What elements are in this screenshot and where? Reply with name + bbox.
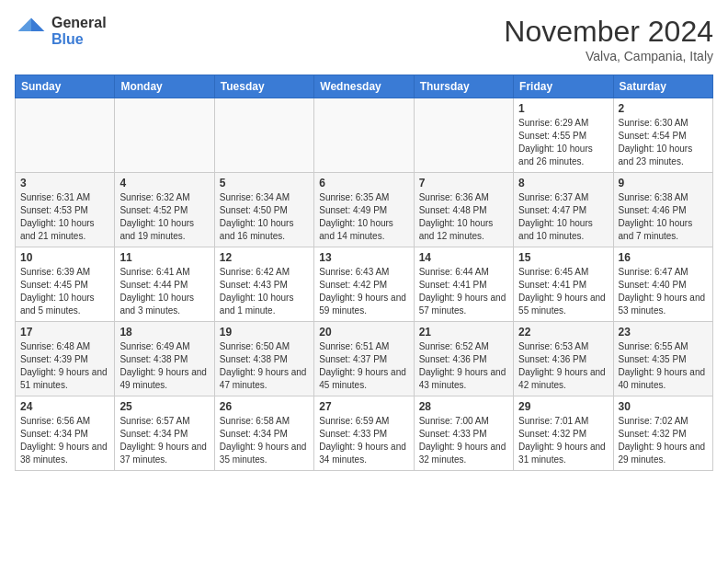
day-info: Sunrise: 6:48 AM Sunset: 4:39 PM Dayligh…: [20, 340, 109, 392]
day-info: Sunrise: 6:52 AM Sunset: 4:36 PM Dayligh…: [419, 340, 508, 392]
day-number: 14: [419, 251, 508, 264]
calendar-day-cell: 15Sunrise: 6:45 AM Sunset: 4:41 PM Dayli…: [514, 247, 613, 322]
calendar-day-cell: 10Sunrise: 6:39 AM Sunset: 4:45 PM Dayli…: [16, 247, 115, 322]
logo-icon: [15, 15, 48, 48]
calendar-day-cell: [314, 98, 414, 173]
title-block: November 2024 Valva, Campania, Italy: [504, 15, 713, 63]
day-info: Sunrise: 6:37 AM Sunset: 4:47 PM Dayligh…: [518, 191, 608, 243]
day-info: Sunrise: 7:01 AM Sunset: 4:32 PM Dayligh…: [518, 415, 608, 466]
day-number: 19: [220, 326, 309, 339]
day-info: Sunrise: 6:38 AM Sunset: 4:46 PM Dayligh…: [619, 191, 708, 243]
calendar-day-cell: 16Sunrise: 6:47 AM Sunset: 4:40 PM Dayli…: [613, 247, 712, 322]
calendar-day-cell: [16, 98, 115, 173]
calendar-day-cell: 26Sunrise: 6:58 AM Sunset: 4:34 PM Dayli…: [214, 396, 313, 471]
day-number: 2: [619, 102, 708, 115]
day-info: Sunrise: 7:00 AM Sunset: 4:33 PM Dayligh…: [419, 415, 508, 466]
calendar-day-cell: 8Sunrise: 6:37 AM Sunset: 4:47 PM Daylig…: [514, 173, 613, 247]
calendar-table: SundayMondayTuesdayWednesdayThursdayFrid…: [15, 75, 713, 471]
day-info: Sunrise: 6:59 AM Sunset: 4:33 PM Dayligh…: [319, 415, 408, 466]
day-number: 23: [619, 326, 708, 339]
svg-marker-1: [18, 18, 31, 31]
logo-text: General Blue: [51, 15, 107, 47]
calendar-day-cell: 22Sunrise: 6:53 AM Sunset: 4:36 PM Dayli…: [514, 322, 613, 396]
calendar-day-cell: 24Sunrise: 6:56 AM Sunset: 4:34 PM Dayli…: [16, 396, 115, 471]
calendar-day-cell: [414, 98, 513, 173]
weekday-header-monday: Monday: [115, 75, 214, 98]
day-number: 22: [518, 326, 608, 339]
logo-general-text: General: [51, 15, 107, 31]
calendar-day-cell: 11Sunrise: 6:41 AM Sunset: 4:44 PM Dayli…: [115, 247, 214, 322]
day-number: 7: [419, 177, 508, 190]
calendar-day-cell: 7Sunrise: 6:36 AM Sunset: 4:48 PM Daylig…: [414, 173, 513, 247]
day-number: 15: [518, 251, 608, 264]
day-number: 13: [319, 251, 408, 264]
day-info: Sunrise: 6:55 AM Sunset: 4:35 PM Dayligh…: [619, 340, 708, 392]
logo-blue-text: Blue: [51, 31, 107, 48]
day-number: 1: [518, 102, 608, 115]
calendar-week-row: 17Sunrise: 6:48 AM Sunset: 4:39 PM Dayli…: [16, 322, 713, 396]
calendar-day-cell: 17Sunrise: 6:48 AM Sunset: 4:39 PM Dayli…: [16, 322, 115, 396]
weekday-header-saturday: Saturday: [613, 75, 712, 98]
day-info: Sunrise: 6:50 AM Sunset: 4:38 PM Dayligh…: [220, 340, 309, 392]
weekday-header-sunday: Sunday: [16, 75, 115, 98]
day-number: 17: [20, 326, 109, 339]
day-info: Sunrise: 6:30 AM Sunset: 4:54 PM Dayligh…: [619, 117, 708, 168]
day-number: 26: [220, 400, 309, 413]
day-info: Sunrise: 6:44 AM Sunset: 4:41 PM Dayligh…: [419, 266, 508, 317]
day-number: 6: [319, 177, 408, 190]
day-info: Sunrise: 6:36 AM Sunset: 4:48 PM Dayligh…: [419, 191, 508, 243]
calendar-week-row: 1Sunrise: 6:29 AM Sunset: 4:55 PM Daylig…: [16, 98, 713, 173]
day-info: Sunrise: 6:42 AM Sunset: 4:43 PM Dayligh…: [220, 266, 309, 317]
day-number: 16: [619, 251, 708, 264]
day-info: Sunrise: 6:43 AM Sunset: 4:42 PM Dayligh…: [319, 266, 408, 317]
day-number: 24: [20, 400, 109, 413]
calendar-day-cell: [214, 98, 313, 173]
day-info: Sunrise: 6:49 AM Sunset: 4:38 PM Dayligh…: [119, 340, 209, 392]
calendar-day-cell: 30Sunrise: 7:02 AM Sunset: 4:32 PM Dayli…: [613, 396, 712, 471]
calendar-day-cell: 13Sunrise: 6:43 AM Sunset: 4:42 PM Dayli…: [314, 247, 414, 322]
calendar-day-cell: 18Sunrise: 6:49 AM Sunset: 4:38 PM Dayli…: [115, 322, 214, 396]
day-number: 5: [220, 177, 309, 190]
day-number: 9: [619, 177, 708, 190]
day-number: 8: [518, 177, 608, 190]
day-info: Sunrise: 6:31 AM Sunset: 4:53 PM Dayligh…: [20, 191, 109, 243]
weekday-header-friday: Friday: [514, 75, 613, 98]
calendar-day-cell: 4Sunrise: 6:32 AM Sunset: 4:52 PM Daylig…: [115, 173, 214, 247]
day-info: Sunrise: 6:34 AM Sunset: 4:50 PM Dayligh…: [220, 191, 309, 243]
day-number: 25: [119, 400, 209, 413]
calendar-day-cell: 20Sunrise: 6:51 AM Sunset: 4:37 PM Dayli…: [314, 322, 414, 396]
calendar-day-cell: 2Sunrise: 6:30 AM Sunset: 4:54 PM Daylig…: [613, 98, 712, 173]
month-title: November 2024: [504, 15, 713, 49]
day-number: 28: [419, 400, 508, 413]
weekday-header-row: SundayMondayTuesdayWednesdayThursdayFrid…: [16, 75, 713, 98]
calendar-week-row: 24Sunrise: 6:56 AM Sunset: 4:34 PM Dayli…: [16, 396, 713, 471]
calendar-day-cell: 21Sunrise: 6:52 AM Sunset: 4:36 PM Dayli…: [414, 322, 513, 396]
calendar-day-cell: [115, 98, 214, 173]
weekday-header-tuesday: Tuesday: [214, 75, 313, 98]
day-info: Sunrise: 6:35 AM Sunset: 4:49 PM Dayligh…: [319, 191, 408, 243]
calendar-day-cell: 19Sunrise: 6:50 AM Sunset: 4:38 PM Dayli…: [214, 322, 313, 396]
day-info: Sunrise: 6:32 AM Sunset: 4:52 PM Dayligh…: [119, 191, 209, 243]
logo: General Blue: [15, 15, 107, 48]
day-info: Sunrise: 6:41 AM Sunset: 4:44 PM Dayligh…: [119, 266, 209, 317]
calendar-day-cell: 29Sunrise: 7:01 AM Sunset: 4:32 PM Dayli…: [514, 396, 613, 471]
page-header: General Blue November 2024 Valva, Campan…: [15, 15, 713, 63]
calendar-day-cell: 3Sunrise: 6:31 AM Sunset: 4:53 PM Daylig…: [16, 173, 115, 247]
day-number: 20: [319, 326, 408, 339]
calendar-day-cell: 5Sunrise: 6:34 AM Sunset: 4:50 PM Daylig…: [214, 173, 313, 247]
calendar-day-cell: 23Sunrise: 6:55 AM Sunset: 4:35 PM Dayli…: [613, 322, 712, 396]
calendar-day-cell: 14Sunrise: 6:44 AM Sunset: 4:41 PM Dayli…: [414, 247, 513, 322]
day-info: Sunrise: 6:53 AM Sunset: 4:36 PM Dayligh…: [518, 340, 608, 392]
calendar-day-cell: 25Sunrise: 6:57 AM Sunset: 4:34 PM Dayli…: [115, 396, 214, 471]
day-info: Sunrise: 6:29 AM Sunset: 4:55 PM Dayligh…: [518, 117, 608, 168]
day-info: Sunrise: 6:47 AM Sunset: 4:40 PM Dayligh…: [619, 266, 708, 317]
day-number: 4: [119, 177, 209, 190]
calendar-day-cell: 27Sunrise: 6:59 AM Sunset: 4:33 PM Dayli…: [314, 396, 414, 471]
day-number: 30: [619, 400, 708, 413]
weekday-header-wednesday: Wednesday: [314, 75, 414, 98]
calendar-week-row: 3Sunrise: 6:31 AM Sunset: 4:53 PM Daylig…: [16, 173, 713, 247]
day-info: Sunrise: 7:02 AM Sunset: 4:32 PM Dayligh…: [619, 415, 708, 466]
calendar-day-cell: 9Sunrise: 6:38 AM Sunset: 4:46 PM Daylig…: [613, 173, 712, 247]
calendar-day-cell: 12Sunrise: 6:42 AM Sunset: 4:43 PM Dayli…: [214, 247, 313, 322]
day-number: 10: [20, 251, 109, 264]
